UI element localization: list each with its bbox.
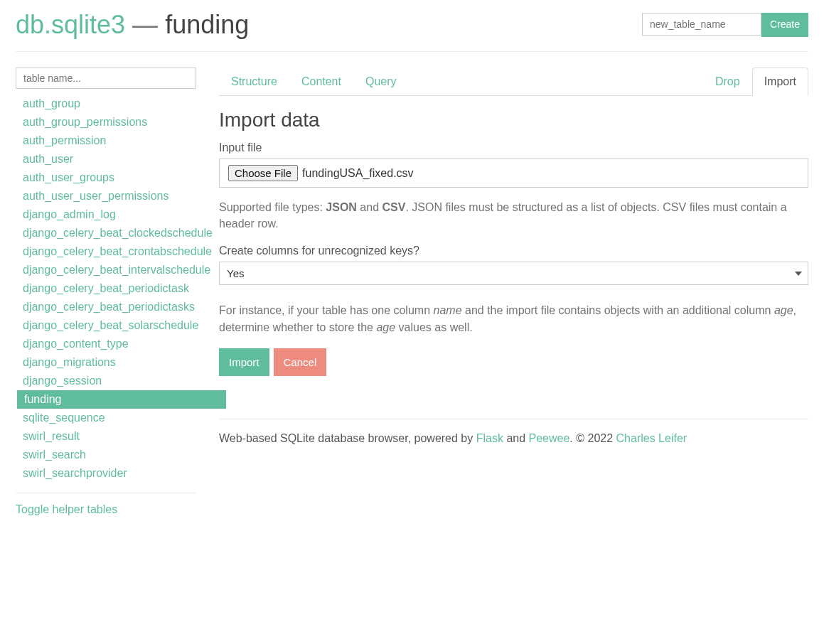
table-link[interactable]: auth_group: [23, 97, 80, 109]
table-link[interactable]: auth_user_groups: [23, 171, 114, 183]
table-list: auth_groupauth_group_permissionsauth_per…: [16, 95, 219, 483]
tab-drop[interactable]: Drop: [703, 68, 752, 96]
form-actions: Import Cancel: [219, 348, 808, 376]
header: db.sqlite3 — funding Create: [16, 0, 808, 52]
table-row: auth_user_user_permissions: [16, 187, 219, 205]
table-link[interactable]: django_celery_beat_intervalschedule: [23, 264, 210, 276]
table-row: auth_user: [16, 150, 219, 168]
page-title: db.sqlite3 — funding: [16, 10, 249, 40]
import-button[interactable]: Import: [219, 348, 269, 376]
table-row: sqlite_sequence: [16, 409, 219, 427]
flask-link[interactable]: Flask: [476, 432, 503, 444]
table-row: funding: [17, 390, 226, 409]
new-table-input[interactable]: [642, 13, 761, 36]
table-row: django_celery_beat_periodictask: [16, 279, 219, 298]
table-link[interactable]: swirl_searchprovider: [23, 467, 127, 479]
table-link[interactable]: sqlite_sequence: [23, 412, 105, 424]
table-link[interactable]: django_content_type: [23, 338, 129, 350]
table-link[interactable]: django_celery_beat_crontabschedule: [23, 245, 212, 257]
table-row: auth_group_permissions: [16, 113, 219, 132]
tab-spacer: [409, 68, 703, 95]
table-link[interactable]: swirl_search: [23, 449, 86, 461]
create-table-form: Create: [642, 13, 808, 37]
tab-import[interactable]: Import: [752, 68, 808, 96]
table-row: django_celery_beat_periodictasks: [16, 298, 219, 316]
tab-structure[interactable]: Structure: [219, 68, 289, 96]
table-row: django_admin_log: [16, 205, 219, 224]
create-columns-label: Create columns for unrecognized keys?: [219, 245, 808, 257]
table-row: django_celery_beat_clockedschedule: [16, 224, 219, 242]
title-separator: —: [125, 10, 165, 39]
selected-file-name: fundingUSA_fixed.csv: [302, 167, 414, 180]
table-link[interactable]: django_celery_beat_periodictask: [23, 282, 189, 294]
toggle-helper-link[interactable]: Toggle helper tables: [16, 503, 117, 515]
table-row: django_celery_beat_solarschedule: [16, 316, 219, 335]
tab-query[interactable]: Query: [353, 68, 409, 96]
table-row: auth_user_groups: [16, 168, 219, 187]
table-row: auth_permission: [16, 132, 219, 150]
table-row: django_celery_beat_intervalschedule: [16, 261, 219, 279]
file-input-row[interactable]: Choose File fundingUSA_fixed.csv: [219, 159, 808, 188]
footer: Web-based SQLite database browser, power…: [219, 419, 808, 458]
table-row: swirl_searchprovider: [16, 464, 219, 483]
table-link[interactable]: django_celery_beat_solarschedule: [23, 319, 198, 331]
tab-content[interactable]: Content: [289, 68, 353, 96]
table-row: django_migrations: [16, 353, 219, 372]
table-link[interactable]: swirl_result: [23, 430, 80, 442]
sidebar-divider: [16, 493, 196, 493]
peewee-link[interactable]: Peewee: [529, 432, 570, 444]
author-link[interactable]: Charles Leifer: [616, 432, 687, 444]
table-row: django_celery_beat_crontabschedule: [16, 242, 219, 261]
choose-file-button[interactable]: Choose File: [228, 165, 298, 181]
tabs: Structure Content Query Drop Import: [219, 68, 808, 96]
table-row: swirl_result: [16, 427, 219, 446]
current-table: funding: [165, 10, 249, 39]
table-link[interactable]: auth_group_permissions: [23, 116, 147, 128]
columns-help-text: For instance, if your table has one colu…: [219, 302, 808, 335]
table-link[interactable]: auth_user_user_permissions: [23, 190, 168, 202]
input-file-label: Input file: [219, 141, 808, 154]
sidebar: auth_groupauth_group_permissionsauth_per…: [16, 52, 219, 516]
table-row: django_session: [16, 372, 219, 390]
file-help-text: Supported file types: JSON and CSV. JSON…: [219, 199, 808, 232]
main: Structure Content Query Drop Import Impo…: [219, 52, 808, 516]
table-link[interactable]: django_migrations: [23, 356, 116, 368]
table-link[interactable]: funding: [24, 393, 62, 405]
table-link[interactable]: django_celery_beat_clockedschedule: [23, 227, 213, 239]
table-link[interactable]: auth_user: [23, 153, 73, 165]
import-heading: Import data: [219, 109, 808, 132]
db-name-link[interactable]: db.sqlite3: [16, 10, 125, 39]
table-link[interactable]: django_admin_log: [23, 208, 116, 220]
create-button[interactable]: Create: [761, 13, 808, 37]
table-filter-input[interactable]: [16, 68, 196, 89]
table-link[interactable]: auth_permission: [23, 134, 106, 146]
table-row: auth_group: [16, 95, 219, 113]
table-link[interactable]: django_session: [23, 375, 102, 387]
table-row: django_content_type: [16, 335, 219, 353]
table-link[interactable]: django_celery_beat_periodictasks: [23, 301, 195, 313]
cancel-button[interactable]: Cancel: [274, 348, 327, 376]
table-row: swirl_search: [16, 446, 219, 464]
create-columns-select[interactable]: Yes: [219, 262, 808, 285]
